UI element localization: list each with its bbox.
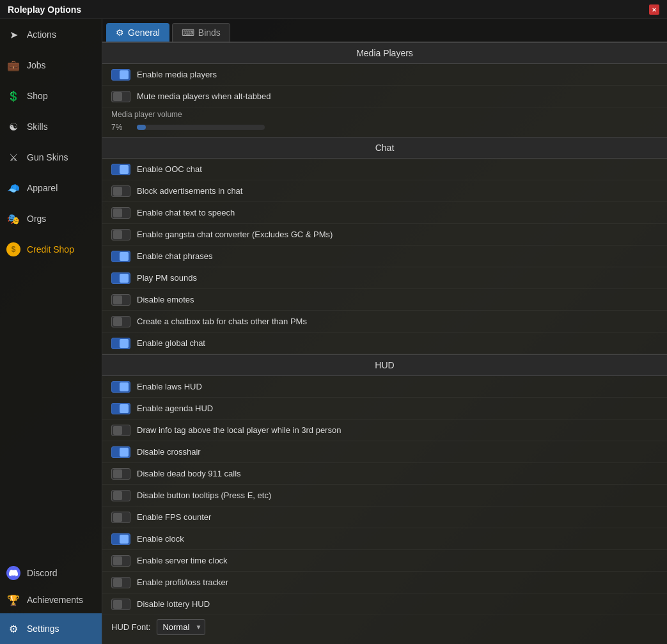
toggle-chatbox-tab[interactable] [111,316,130,327]
toggle-draw-info-tag[interactable] [111,425,130,436]
sidebar-item-apparel[interactable]: 🧢 Apparel [0,173,102,203]
label-global-chat: Enable global chat [137,338,205,348]
toggle-block-ads[interactable] [111,185,130,197]
toggle-disable-emotes[interactable] [111,294,130,306]
section-header-hud: HUD [102,354,667,376]
apparel-icon: 🧢 [6,181,20,195]
sidebar-item-actions[interactable]: ➤ Actions [0,19,102,50]
sidebar-label-settings: Settings [27,624,59,634]
sidebar-item-discord[interactable]: Discord [0,560,102,586]
toggle-chat-phrases[interactable] [111,251,130,262]
label-button-tooltips: Disable button tooltips (Press E, etc) [137,491,271,500]
setting-row-fps-counter: Enable FPS counter [102,507,667,528]
setting-row-chat-phrases: Enable chat phrases [102,246,667,267]
orgs-icon: 🎭 [6,212,20,226]
section-header-chat: Chat [102,137,667,159]
toggle-server-time-clock[interactable] [111,555,130,567]
tab-binds-label: Binds [198,27,221,38]
toggle-pm-sounds[interactable] [111,272,130,284]
toggle-lottery-hud[interactable] [111,599,130,610]
close-button[interactable]: × [649,4,659,15]
hud-font-select[interactable]: Normal Bold Thin Italic [157,619,205,635]
sidebar-item-achievements[interactable]: 🏆 Achievements [0,586,102,613]
setting-row-lottery-hud: Disable lottery HUD [102,593,667,615]
sidebar-item-settings[interactable]: ⚙ Settings [0,613,102,644]
label-chat-phrases: Enable chat phrases [137,251,213,261]
volume-bar-bg[interactable] [137,125,265,130]
section-header-media-players: Media Players [102,42,667,64]
setting-row-enable-clock: Enable clock [102,528,667,550]
window-title: Roleplay Options [8,4,81,15]
hud-font-row: HUD Font: Normal Bold Thin Italic [102,615,667,639]
volume-label: Media player volume [111,110,182,119]
tab-binds[interactable]: ⌨ Binds [172,23,230,42]
label-disable-crosshair: Disable crosshair [137,447,201,457]
label-agenda-hud: Enable agenda HUD [137,404,213,413]
sidebar-label-jobs: Jobs [27,60,46,70]
label-block-ads: Block advertisements in chat [137,186,242,196]
toggle-laws-hud[interactable] [111,381,130,393]
toggle-enable-media-players[interactable] [111,69,130,81]
label-mute-media: Mute media players when alt-tabbed [137,91,271,101]
toggle-dead-body-911[interactable] [111,468,130,480]
general-tab-icon: ⚙ [116,27,124,38]
volume-bar-fill [137,125,146,130]
label-pm-sounds: Play PM sounds [137,273,197,283]
setting-row-agenda-hud: Enable agenda HUD [102,398,667,420]
label-server-time-clock: Enable server time clock [137,556,228,565]
setting-row-chat-tts: Enable chat text to speech [102,202,667,224]
title-bar: Roleplay Options × [0,0,667,19]
tab-general[interactable]: ⚙ General [106,23,169,42]
sidebar-label-orgs: Orgs [27,214,46,224]
sidebar: ➤ Actions 💼 Jobs 💲 Shop ☯ Skills ⚔ Gun S… [0,19,102,644]
sidebar-item-gun-skins[interactable]: ⚔ Gun Skins [0,142,102,173]
toggle-chat-tts[interactable] [111,207,130,219]
label-laws-hud: Enable laws HUD [137,382,202,391]
sidebar-label-shop: Shop [27,91,48,101]
sidebar-label-discord: Discord [27,568,57,578]
gun-skins-icon: ⚔ [6,150,20,164]
toggle-enable-clock[interactable] [111,533,130,545]
setting-row-draw-info-tag: Draw info tag above the local player whi… [102,420,667,441]
toggle-button-tooltips[interactable] [111,490,130,501]
setting-row-enable-media-players: Enable media players [102,64,667,86]
sidebar-item-shop[interactable]: 💲 Shop [0,81,102,111]
setting-row-dead-body-911: Disable dead body 911 calls [102,463,667,485]
sidebar-item-orgs[interactable]: 🎭 Orgs [0,203,102,234]
label-dead-body-911: Disable dead body 911 calls [137,469,241,478]
toggle-gangsta-chat[interactable] [111,229,130,240]
volume-label-row: Media player volume [102,107,667,120]
actions-icon: ➤ [6,27,20,42]
hud-font-select-wrapper: Normal Bold Thin Italic [157,619,205,635]
toggle-agenda-hud[interactable] [111,403,130,414]
label-gangsta-chat: Enable gangsta chat converter (Excludes … [137,230,333,239]
setting-row-pm-sounds: Play PM sounds [102,267,667,289]
tabs-bar: ⚙ General ⌨ Binds [102,19,667,42]
label-enable-clock: Enable clock [137,534,184,544]
skills-icon: ☯ [6,120,20,134]
setting-row-global-chat: Enable global chat [102,333,667,354]
volume-row: 7% [102,120,667,137]
label-chat-tts: Enable chat text to speech [137,208,235,217]
setting-row-block-ads: Block advertisements in chat [102,180,667,202]
content-area: ➤ Actions 💼 Jobs 💲 Shop ☯ Skills ⚔ Gun S… [0,19,667,644]
setting-row-laws-hud: Enable laws HUD [102,376,667,398]
credit-shop-icon: $ [6,242,20,256]
setting-row-disable-hit-markers: Disable hit markers [102,639,667,644]
toggle-fps-counter[interactable] [111,512,130,523]
sidebar-item-jobs[interactable]: 💼 Jobs [0,50,102,81]
setting-row-mute-media: Mute media players when alt-tabbed [102,86,667,107]
sidebar-label-gun-skins: Gun Skins [27,152,68,162]
main-panel: Roleplay Options × ➤ Actions 💼 Jobs 💲 Sh… [0,0,667,644]
sidebar-item-skills[interactable]: ☯ Skills [0,111,102,142]
label-chatbox-tab: Create a chatbox tab for chats other tha… [137,317,307,326]
toggle-mute-media[interactable] [111,91,130,102]
toggle-enable-ooc-chat[interactable] [111,164,130,175]
toggle-profit-loss[interactable] [111,577,130,588]
volume-value: 7% [111,123,130,132]
toggle-disable-crosshair[interactable] [111,446,130,458]
sidebar-item-credit-shop[interactable]: $ Credit Shop [0,234,102,265]
label-fps-counter: Enable FPS counter [137,512,211,522]
toggle-global-chat[interactable] [111,338,130,349]
settings-scroll-area[interactable]: Media Players Enable media players Mute … [102,42,667,644]
